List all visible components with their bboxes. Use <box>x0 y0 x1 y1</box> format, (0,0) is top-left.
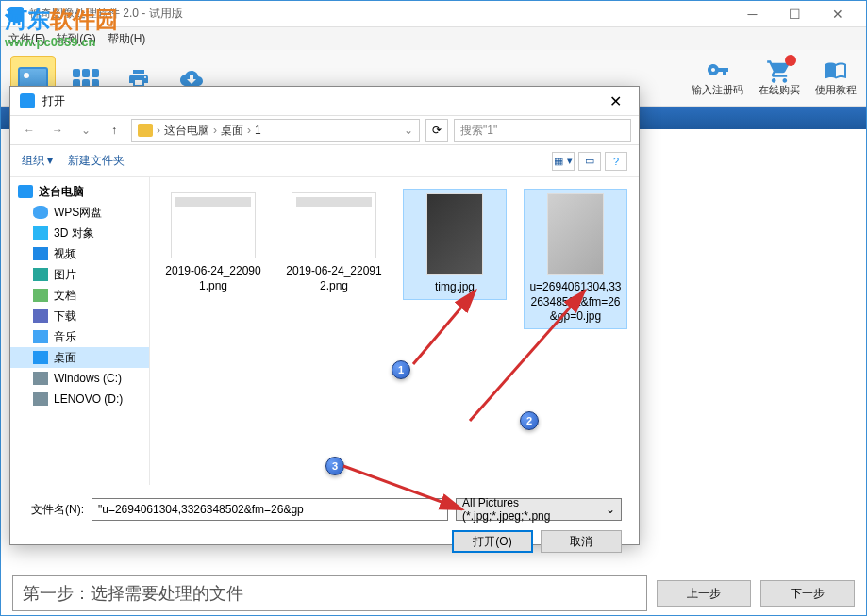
doc-icon <box>33 289 48 302</box>
breadcrumb-desktop[interactable]: 桌面 <box>221 123 243 139</box>
bottom-bar: 第一步：选择需要处理的文件 上一步 下一步 <box>3 574 864 613</box>
dialog-footer: 文件名(N): All Pictures (*.jpg;*.jpeg;*.png… <box>10 485 639 566</box>
help-button[interactable]: ? <box>605 152 627 171</box>
filename-input[interactable] <box>92 498 448 521</box>
organize-menu[interactable]: 组织 ▾ <box>22 153 53 169</box>
pc-icon <box>18 185 33 198</box>
menu-goto[interactable]: 转到(G) <box>57 31 95 47</box>
sidebar-item-label: 这台电脑 <box>39 184 84 200</box>
file-item[interactable]: timg.jpg <box>403 189 507 300</box>
file-name-label: 2019-06-24_220912.png <box>286 264 382 293</box>
breadcrumb-dropdown-icon[interactable]: ⌄ <box>404 124 413 137</box>
down-icon <box>33 309 48 323</box>
file-thumbnail <box>426 193 483 275</box>
tutorial-button[interactable]: 使用教程 <box>815 58 857 97</box>
sidebar-item-label: 文档 <box>54 288 76 304</box>
3d-icon <box>33 226 48 240</box>
pic-icon <box>33 268 48 281</box>
dialog-icon <box>20 93 35 108</box>
dialog-close-button[interactable]: ✕ <box>602 92 629 110</box>
sidebar-item-down[interactable]: 下载 <box>10 306 149 326</box>
next-step-button[interactable]: 下一步 <box>760 580 855 607</box>
nav-forward-button[interactable]: → <box>46 119 69 142</box>
video-icon <box>33 247 48 260</box>
sidebar-item-music[interactable]: 音乐 <box>10 326 149 347</box>
grid-icon <box>73 69 99 88</box>
file-item[interactable]: u=2694061304,3326348502&fm=26&gp=0.jpg <box>524 189 627 329</box>
key-icon <box>705 58 731 81</box>
menu-bar: 文件(F) 转到(G) 帮助(H) <box>1 27 866 50</box>
nav-back-button[interactable]: ← <box>18 119 41 142</box>
sidebar-item-pic[interactable]: 图片 <box>10 264 149 285</box>
file-list-area: 2019-06-24_220901.png2019-06-24_220912.p… <box>150 177 639 485</box>
view-details-button[interactable]: ▭ <box>578 152 601 171</box>
cart-icon <box>766 58 792 81</box>
sidebar-item-label: 桌面 <box>54 350 76 366</box>
close-button[interactable]: ✕ <box>816 1 859 27</box>
sidebar-item-label: 下载 <box>54 308 76 325</box>
filetype-select[interactable]: All Pictures (*.jpg;*.jpeg;*.png <box>456 498 622 521</box>
refresh-button[interactable]: ⟳ <box>425 119 448 142</box>
dialog-toolbar: 组织 ▾ 新建文件夹 ▦ ▾ ▭ ? <box>10 145 639 177</box>
maximize-button[interactable]: ☐ <box>774 1 816 27</box>
step-instruction: 第一步：选择需要处理的文件 <box>12 575 647 611</box>
file-item[interactable]: 2019-06-24_220912.png <box>282 189 386 297</box>
prev-step-button[interactable]: 上一步 <box>657 580 751 607</box>
view-thumbnails-button[interactable]: ▦ ▾ <box>552 152 575 171</box>
dialog-title: 打开 <box>42 93 602 109</box>
breadcrumb-folder[interactable]: 1 <box>255 124 261 137</box>
book-icon <box>823 58 849 81</box>
app-icon <box>8 7 24 22</box>
file-thumbnail <box>547 193 604 275</box>
breadcrumb[interactable]: › 这台电脑 › 桌面 › 1 ⌄ <box>131 119 420 142</box>
sidebar-item-label: Windows (C:) <box>54 372 122 385</box>
sidebar-item-3d[interactable]: 3D 对象 <box>10 223 149 243</box>
buy-button[interactable]: 在线购买 <box>759 58 800 97</box>
cloud-icon <box>33 206 48 219</box>
menu-file[interactable]: 文件(F) <box>8 31 45 47</box>
register-button[interactable]: 输入注册码 <box>692 58 743 97</box>
sidebar-item-label: WPS网盘 <box>54 205 102 221</box>
sidebar-item-doc[interactable]: 文档 <box>10 285 149 306</box>
open-button[interactable]: 打开(O) <box>452 530 533 553</box>
dialog-title-bar: 打开 ✕ <box>10 87 639 115</box>
sidebar-item-cloud[interactable]: WPS网盘 <box>10 202 149 223</box>
menu-help[interactable]: 帮助(H) <box>108 31 146 47</box>
dialog-body: 这台电脑WPS网盘3D 对象视频图片文档下载音乐桌面Windows (C:)LE… <box>10 177 639 485</box>
breadcrumb-root[interactable]: 这台电脑 <box>164 123 209 139</box>
folder-icon <box>138 124 153 137</box>
cart-badge <box>785 55 796 66</box>
file-thumbnail <box>171 192 256 258</box>
dialog-nav-bar: ← → ⌄ ↑ › 这台电脑 › 桌面 › 1 ⌄ ⟳ 搜索"1" <box>10 115 639 145</box>
filename-label: 文件名(N): <box>27 502 84 518</box>
sidebar-item-video[interactable]: 视频 <box>10 243 149 264</box>
new-folder-button[interactable]: 新建文件夹 <box>68 153 125 169</box>
open-file-dialog: 打开 ✕ ← → ⌄ ↑ › 这台电脑 › 桌面 › 1 ⌄ ⟳ 搜索"1" 组… <box>9 86 640 545</box>
disk-icon <box>33 392 48 406</box>
file-name-label: 2019-06-24_220901.png <box>165 264 261 293</box>
disk-icon <box>33 372 48 385</box>
search-input[interactable]: 搜索"1" <box>454 119 631 142</box>
sidebar-item-disk[interactable]: LENOVO (D:) <box>10 389 149 409</box>
sidebar-item-label: 视频 <box>54 246 76 262</box>
file-name-label: u=2694061304,3326348502&fm=26&gp=0.jpg <box>528 280 623 325</box>
sidebar-item-pc[interactable]: 这台电脑 <box>10 181 149 202</box>
file-name-label: timg.jpg <box>435 280 475 295</box>
file-item[interactable]: 2019-06-24_220901.png <box>161 189 265 297</box>
nav-dropdown-icon[interactable]: ⌄ <box>75 119 97 142</box>
cancel-button[interactable]: 取消 <box>541 530 622 553</box>
sidebar-item-label: 音乐 <box>54 329 76 345</box>
nav-up-button[interactable]: ↑ <box>103 119 125 142</box>
title-bar: 神奇图像处理软件 2.0 - 试用版 ─ ☐ ✕ <box>1 1 866 27</box>
sidebar-item-label: 3D 对象 <box>54 225 94 241</box>
music-icon <box>33 330 48 343</box>
sidebar-item-label: LENOVO (D:) <box>54 392 123 406</box>
file-thumbnail <box>292 192 376 258</box>
sidebar-item-label: 图片 <box>54 267 76 283</box>
minimize-button[interactable]: ─ <box>731 1 774 27</box>
desktop-icon <box>33 351 48 364</box>
window-title: 神奇图像处理软件 2.0 - 试用版 <box>29 6 731 22</box>
sidebar-item-desktop[interactable]: 桌面 <box>10 347 149 368</box>
folder-sidebar: 这台电脑WPS网盘3D 对象视频图片文档下载音乐桌面Windows (C:)LE… <box>10 177 150 485</box>
sidebar-item-disk[interactable]: Windows (C:) <box>10 368 149 389</box>
